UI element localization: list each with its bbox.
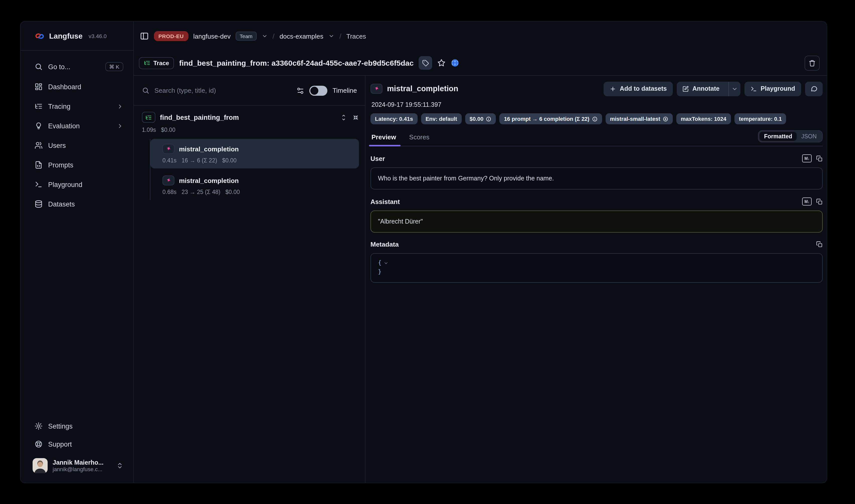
copy-icon[interactable] [816, 155, 823, 162]
model-badge[interactable]: mistral-small-latest [605, 113, 673, 124]
chevron-down-icon[interactable] [262, 33, 267, 39]
info-icon [486, 116, 492, 122]
list-tree-icon [35, 102, 42, 110]
user-message-section: User M↓ Who is the best painter from Ger… [371, 155, 823, 190]
sidebar-item-prompts[interactable]: Prompts [26, 156, 127, 174]
org-role-badge: Team [236, 32, 256, 41]
section-header: Metadata [371, 240, 823, 248]
root-latency: 1.09s [142, 127, 156, 133]
annotate-dropdown-button[interactable] [728, 82, 741, 96]
tokens-badge[interactable]: 16 prompt → 6 completion (Σ 22) [500, 113, 602, 124]
format-json-option[interactable]: JSON [797, 132, 821, 141]
chevron-right-icon [117, 103, 123, 109]
search-icon [35, 62, 42, 71]
bookmark-star-icon[interactable] [437, 59, 446, 67]
filter-settings-icon[interactable] [297, 87, 305, 94]
logo-row: Langfuse v3.46.0 [21, 21, 133, 51]
sidebar-item-users[interactable]: Users [26, 137, 127, 154]
add-to-datasets-button[interactable]: Add to datasets [604, 82, 673, 96]
sidebar-item-label: Dashboard [48, 83, 81, 90]
assistant-message-section: Assistant M↓ "Albrecht Dürer" [371, 197, 823, 233]
tree-root-name: find_best_painting_from [160, 113, 239, 121]
trace-title: find_best_painting_from: a3360c6f-24ad-4… [179, 59, 414, 67]
metadata-section: Metadata { } [371, 240, 823, 283]
generation-node-badge [162, 176, 175, 185]
sidebar-item-dashboard[interactable]: Dashboard [26, 78, 127, 95]
format-toggle: Formatted JSON [758, 130, 823, 142]
sidebar-item-evaluation[interactable]: Evaluation [26, 117, 127, 134]
section-header: User M↓ [371, 155, 823, 162]
breadcrumb-project[interactable]: docs-examples [280, 32, 323, 40]
sidebar-item-support[interactable]: Support [26, 436, 127, 453]
tab-scores[interactable]: Scores [408, 130, 430, 146]
assistant-message-content: "Albrecht Dürer" [371, 211, 823, 233]
expand-all-icon[interactable] [340, 114, 347, 121]
node-metrics: 0.41s 16 → 6 (Σ 22) $0.00 [162, 157, 354, 163]
panel-left-toggle-icon[interactable] [140, 32, 149, 41]
terminal-icon [750, 86, 757, 92]
playground-button[interactable]: Playground [745, 82, 801, 96]
goto-shortcut: ⌘ K [105, 62, 123, 71]
generation-sparkle-icon [165, 177, 172, 183]
copy-icon[interactable] [816, 198, 823, 205]
section-header: Assistant M↓ [371, 197, 823, 205]
breadcrumb-bar: PROD-EU langfuse-dev Team / docs-example… [134, 21, 827, 51]
sidebar-item-tracing[interactable]: Tracing [26, 98, 127, 115]
generation-sparkle-icon [165, 146, 172, 152]
trace-header-bar: Trace find_best_painting_from: a3360c6f-… [134, 51, 827, 76]
delete-trace-button[interactable] [805, 55, 820, 70]
user-name: Jannik Maierho... [53, 459, 104, 466]
sidebar-item-label: Tracing [48, 103, 70, 110]
json-close-brace: } [378, 268, 381, 277]
public-globe-icon[interactable] [451, 59, 459, 67]
json-open-line[interactable]: { [378, 259, 815, 268]
add-to-datasets-label: Add to datasets [620, 85, 667, 92]
sidebar-item-datasets[interactable]: Datasets [26, 196, 127, 213]
latency-badge: Latency: 0.41s [371, 113, 417, 124]
sidebar-item-label: Datasets [48, 200, 75, 208]
chevrons-up-down-icon [116, 462, 123, 469]
detail-actions: Add to datasets Annotate [604, 82, 823, 96]
annotate-button[interactable]: Annotate [677, 82, 725, 96]
sidebar-item-label: Go to... [48, 63, 70, 70]
tree-node-name: mistral_completion [179, 177, 238, 184]
cost-badge[interactable]: $0.00 [465, 113, 496, 124]
metadata-content: { } [371, 253, 823, 283]
node-tokens: 23 → 25 (Σ 48) [181, 189, 220, 195]
tab-preview[interactable]: Preview [371, 130, 397, 146]
observation-timestamp: 2024-09-17 19:55:11.397 [372, 101, 823, 108]
database-icon [35, 200, 42, 208]
main-area: PROD-EU langfuse-dev Team / docs-example… [134, 21, 827, 483]
tree-node-head: mistral_completion [162, 176, 354, 185]
sidebar-item-playground[interactable]: Playground [26, 176, 127, 193]
chevron-down-icon[interactable] [328, 33, 334, 39]
format-formatted-option[interactable]: Formatted [760, 132, 797, 141]
search-input[interactable] [155, 87, 291, 94]
avatar [33, 458, 48, 473]
markdown-toggle-icon[interactable]: M↓ [802, 155, 812, 162]
breadcrumb-section[interactable]: Traces [346, 32, 366, 40]
env-badge: PROD-EU [154, 31, 188, 41]
temperature-badge: temperature: 0.1 [734, 113, 786, 124]
timeline-toggle[interactable] [309, 86, 327, 95]
sidebar-item-goto[interactable]: Go to... ⌘ K [26, 58, 127, 76]
tree-node-head: mistral_completion [162, 144, 354, 154]
node-cost: $0.00 [222, 157, 237, 163]
file-code-icon [35, 161, 42, 169]
section-icons: M↓ [802, 197, 823, 205]
section-label: Metadata [371, 240, 399, 248]
tree-node-generation[interactable]: mistral_completion 0.41s 16 → 6 (Σ 22) $… [150, 139, 359, 168]
node-cost: $0.00 [225, 189, 240, 195]
sidebar-item-settings[interactable]: Settings [26, 417, 127, 435]
copy-icon[interactable] [816, 241, 823, 248]
observation-badges: Latency: 0.41s Env: default $0.00 16 pro… [371, 113, 823, 124]
breadcrumb-org[interactable]: langfuse-dev [193, 32, 231, 40]
user-menu[interactable]: Jannik Maierho... jannik@langfuse.c... [26, 454, 127, 478]
tree-node-generation[interactable]: mistral_completion 0.68s 23 → 25 (Σ 48) … [150, 170, 359, 200]
collapse-all-icon[interactable] [352, 114, 359, 121]
tags-button[interactable] [418, 56, 432, 70]
comments-button[interactable] [805, 82, 823, 96]
markdown-toggle-icon[interactable]: M↓ [802, 197, 812, 205]
chevron-down-icon [384, 260, 389, 266]
tree-root-row[interactable]: find_best_painting_from [142, 112, 359, 123]
